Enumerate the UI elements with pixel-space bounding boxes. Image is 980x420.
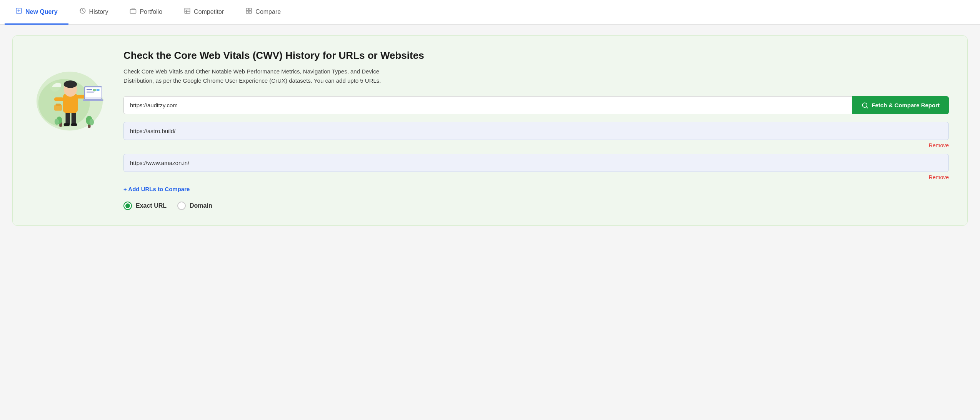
radio-exact-url-label: Exact URL	[136, 202, 167, 209]
competitor-icon	[184, 7, 191, 16]
fetch-compare-button[interactable]: Fetch & Compare Report	[852, 96, 949, 114]
svg-rect-10	[249, 8, 252, 10]
primary-url-input[interactable]	[123, 96, 852, 114]
page-description: Check Core Web Vitals and Other Notable …	[123, 67, 400, 85]
tab-history[interactable]: History	[68, 0, 119, 25]
svg-rect-17	[64, 123, 70, 126]
portfolio-icon	[130, 7, 137, 16]
history-icon	[79, 7, 86, 16]
svg-rect-18	[71, 123, 77, 126]
remove-row-2: Remove	[123, 174, 949, 180]
remove-button-2[interactable]: Remove	[929, 174, 949, 180]
new-query-icon	[15, 7, 22, 16]
tab-bar: New Query History Portfolio	[0, 0, 980, 25]
tab-portfolio-label: Portfolio	[140, 8, 162, 15]
secondary-input-block-1	[123, 122, 949, 140]
svg-point-35	[55, 119, 59, 125]
svg-rect-31	[83, 99, 103, 101]
svg-rect-29	[93, 89, 96, 91]
secondary-url-input-1[interactable]	[123, 122, 949, 140]
tab-competitor[interactable]: Competitor	[173, 0, 235, 25]
tab-competitor-label: Competitor	[194, 8, 224, 15]
secondary-input-block-2	[123, 154, 949, 172]
radio-group: Exact URL Domain	[123, 202, 949, 210]
svg-rect-30	[97, 89, 100, 91]
svg-line-42	[867, 107, 868, 108]
svg-rect-40	[56, 104, 61, 106]
tab-new-query[interactable]: New Query	[5, 0, 68, 25]
svg-point-38	[90, 119, 94, 125]
svg-rect-25	[85, 88, 101, 97]
secondary-url-input-2[interactable]	[123, 154, 949, 172]
tab-history-label: History	[89, 8, 108, 15]
svg-rect-12	[249, 11, 252, 13]
svg-rect-11	[247, 11, 249, 13]
tab-compare[interactable]: Compare	[235, 0, 292, 25]
svg-rect-9	[247, 8, 249, 10]
radio-domain[interactable]: Domain	[177, 202, 212, 210]
radio-domain-label: Domain	[190, 202, 212, 209]
main-card: Check the Core Web Vitals (CWV) History …	[12, 35, 968, 226]
radio-domain-circle	[177, 202, 186, 210]
tab-compare-label: Compare	[255, 8, 281, 15]
tab-portfolio[interactable]: Portfolio	[119, 0, 173, 25]
main-content: Check the Core Web Vitals (CWV) History …	[0, 25, 980, 237]
radio-exact-url[interactable]: Exact URL	[123, 202, 167, 210]
page-title: Check the Core Web Vitals (CWV) History …	[123, 50, 949, 62]
svg-point-23	[64, 80, 77, 88]
form-area: Check the Core Web Vitals (CWV) History …	[123, 50, 949, 210]
add-urls-button[interactable]: + Add URLs to Compare	[123, 186, 190, 192]
search-icon	[862, 102, 868, 109]
remove-button-1[interactable]: Remove	[929, 142, 949, 148]
compare-icon	[245, 7, 252, 16]
remove-row-1: Remove	[123, 142, 949, 148]
svg-rect-21	[54, 97, 64, 101]
svg-rect-26	[87, 89, 92, 90]
tab-new-query-label: New Query	[25, 8, 58, 15]
primary-input-row: Fetch & Compare Report	[123, 96, 949, 114]
svg-rect-28	[87, 92, 94, 93]
illustration-area	[31, 50, 108, 134]
svg-rect-4	[130, 9, 136, 13]
svg-rect-5	[185, 8, 190, 13]
svg-rect-39	[54, 105, 62, 110]
radio-exact-url-circle	[123, 202, 132, 210]
